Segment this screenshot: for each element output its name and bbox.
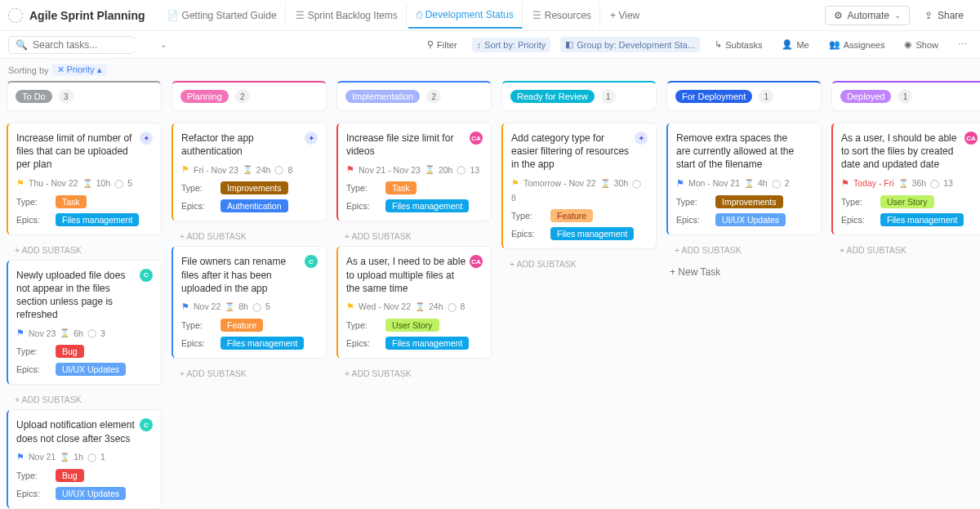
add-subtask-button[interactable]: + ADD SUBTASK: [172, 226, 327, 246]
epics-tag[interactable]: Files management: [385, 337, 469, 350]
task-card[interactable]: CA Increase file size limit for videos ⚑…: [336, 123, 492, 221]
topbar: Agile Sprint Planning 📄Getting Started G…: [0, 0, 980, 31]
column-deployed: Deployed1CA As a user, I should be able …: [831, 81, 980, 509]
card-meta: ⚑ Fri - Nov 23 ⌛24h ◯8: [181, 164, 318, 175]
add-subtask-button[interactable]: + ADD SUBTASK: [7, 390, 162, 409]
type-tag[interactable]: User Story: [385, 319, 439, 332]
avatar[interactable]: ✦: [635, 132, 648, 145]
hourglass-icon: ⌛: [744, 179, 754, 188]
toolbar: 🔍 ⌄ ⚲Filter ↕Sort by: Priority ◧Group by…: [0, 31, 980, 59]
search-input[interactable]: [33, 39, 155, 51]
filter-button[interactable]: ⚲Filter: [422, 37, 461, 52]
flag-icon[interactable]: ⚑: [346, 301, 354, 312]
epics-tag[interactable]: UI/UX Updates: [56, 487, 126, 500]
epics-tag[interactable]: Files management: [550, 227, 634, 240]
new-task-button[interactable]: + New Task: [666, 260, 822, 284]
type-tag[interactable]: Task: [56, 195, 87, 208]
add-view-button[interactable]: + View: [602, 3, 648, 28]
group-button[interactable]: ◧Group by: Development Sta...: [560, 37, 700, 52]
flag-icon[interactable]: ⚑: [676, 178, 684, 189]
task-card[interactable]: ✦ Refactor the app authentication ⚑ Fri …: [172, 123, 327, 221]
column-header[interactable]: Implementation2: [336, 81, 492, 111]
automate-button[interactable]: ⚙ Automate ⌄: [825, 6, 910, 25]
nav-tabs: 📄Getting Started Guide☰Sprint Backlog It…: [158, 2, 648, 29]
flag-icon[interactable]: ⚑: [346, 164, 354, 175]
task-card[interactable]: CA As a user, I need to be able to uploa…: [336, 246, 492, 359]
task-card[interactable]: ✦ Add category type for easier filtering…: [501, 123, 657, 249]
flag-icon[interactable]: ⚑: [181, 301, 189, 312]
subtasks-icon: ↳: [715, 39, 722, 50]
hourglass-icon: ⌛: [600, 179, 610, 188]
task-card[interactable]: C Upload notification element does not c…: [7, 409, 162, 508]
type-tag[interactable]: Bug: [56, 345, 84, 358]
subtasks-icon: ◯: [632, 179, 641, 188]
chevron-down-icon[interactable]: ⌄: [160, 40, 167, 49]
search-box[interactable]: 🔍 ⌄: [8, 36, 135, 54]
me-button[interactable]: 👤Me: [777, 37, 813, 52]
task-card[interactable]: CA As a user, I should be able to sort t…: [831, 123, 980, 235]
task-card[interactable]: Remove extra spaces the are currently al…: [666, 123, 822, 235]
epics-row: Epics:Files management: [841, 213, 978, 226]
flag-icon[interactable]: ⚑: [181, 164, 189, 175]
card-title: As a user, I need to be able to upload m…: [346, 255, 483, 295]
sort-button[interactable]: ↕Sort by: Priority: [472, 38, 551, 52]
add-subtask-button[interactable]: + ADD SUBTASK: [172, 364, 327, 383]
avatar[interactable]: CA: [964, 132, 978, 145]
task-card[interactable]: ✦ Increase limit of number of files that…: [7, 123, 162, 235]
epics-tag[interactable]: Files management: [385, 199, 469, 212]
type-tag[interactable]: Improvements: [715, 195, 783, 208]
column-header[interactable]: Deployed1: [831, 81, 980, 111]
share-button[interactable]: ⇪ Share: [916, 7, 972, 25]
type-row: Type:Bug: [16, 345, 153, 358]
add-subtask-button[interactable]: + ADD SUBTASK: [336, 364, 492, 383]
epics-tag[interactable]: Authentication: [220, 199, 288, 212]
task-card[interactable]: C File owners can rename files after it …: [172, 246, 327, 359]
add-subtask-button[interactable]: + ADD SUBTASK: [336, 226, 492, 246]
epics-tag[interactable]: UI/UX Updates: [715, 213, 786, 226]
add-subtask-button[interactable]: + ADD SUBTASK: [666, 240, 822, 260]
epics-tag[interactable]: Files management: [880, 213, 964, 226]
assignees-button[interactable]: 👥Assignees: [824, 37, 890, 52]
type-tag[interactable]: User Story: [880, 195, 934, 208]
flag-icon[interactable]: ⚑: [16, 178, 24, 189]
tab-development-status[interactable]: ⎙Development Status: [408, 2, 523, 29]
task-card[interactable]: C Newly uploaded file does not appear in…: [7, 260, 162, 386]
tab-getting-started-guide[interactable]: 📄Getting Started Guide: [158, 3, 286, 28]
type-tag[interactable]: Task: [385, 181, 416, 194]
add-subtask-button[interactable]: + ADD SUBTASK: [831, 240, 980, 260]
tab-resources[interactable]: ☰Resources: [524, 3, 600, 28]
epics-tag[interactable]: Files management: [56, 213, 139, 226]
type-tag[interactable]: Feature: [220, 319, 263, 332]
sort-chip[interactable]: ✕ Priority ▴: [52, 64, 107, 76]
epics-tag[interactable]: UI/UX Updates: [56, 363, 126, 376]
show-button[interactable]: ◉Show: [899, 37, 943, 52]
subtasks-button[interactable]: ↳Subtasks: [710, 37, 767, 52]
avatar[interactable]: ✦: [305, 132, 318, 145]
more-button[interactable]: ⋯: [953, 37, 972, 52]
flag-icon[interactable]: ⚑: [16, 328, 24, 338]
avatar[interactable]: ✦: [140, 132, 153, 145]
column-header[interactable]: For Deployment1: [666, 81, 822, 111]
add-subtask-button[interactable]: + ADD SUBTASK: [7, 240, 162, 260]
flag-icon[interactable]: ⚑: [16, 452, 24, 462]
tab-sprint-backlog-items[interactable]: ☰Sprint Backlog Items: [287, 3, 407, 28]
card-date: Mon - Nov 21: [688, 178, 740, 188]
avatar[interactable]: CA: [470, 132, 483, 145]
column-header[interactable]: Ready for Review1: [501, 81, 657, 111]
card-meta: ⚑ Nov 22 ⌛8h ◯5: [181, 301, 318, 312]
flag-icon[interactable]: ⚑: [511, 178, 519, 189]
epics-row: Epics:Files management: [181, 337, 318, 350]
card-date: Nov 21 - Nov 23: [359, 165, 421, 175]
type-tag[interactable]: Feature: [550, 209, 593, 222]
epics-tag[interactable]: Files management: [220, 337, 304, 350]
card-title: As a user, I should be able to sort the …: [841, 132, 978, 172]
column-header[interactable]: To Do3: [7, 81, 162, 111]
type-tag[interactable]: Improvements: [220, 181, 288, 194]
close-icon[interactable]: ✕: [57, 65, 65, 75]
column-header[interactable]: Planning2: [172, 81, 327, 111]
avatar[interactable]: C: [140, 269, 153, 282]
type-tag[interactable]: Bug: [56, 469, 84, 482]
flag-icon[interactable]: ⚑: [841, 178, 849, 189]
add-subtask-button[interactable]: + ADD SUBTASK: [501, 254, 657, 274]
subtasks-icon: ◯: [772, 179, 781, 188]
